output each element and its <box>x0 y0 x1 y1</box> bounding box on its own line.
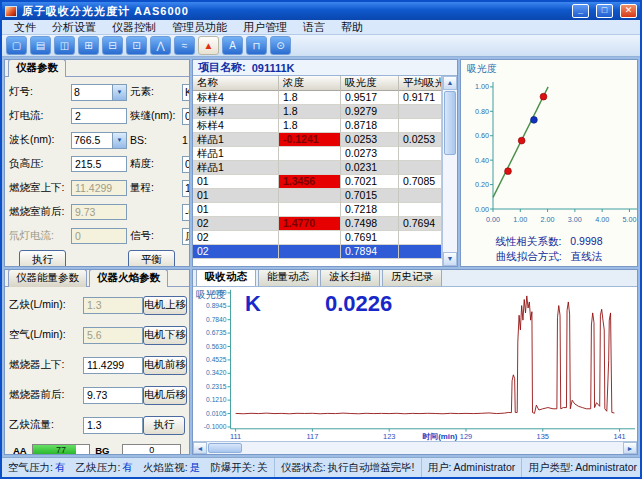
toolbar-glyph: ⊙ <box>276 40 284 51</box>
cell-name: 01 <box>193 203 279 217</box>
cell-avg-absorbance <box>399 189 442 203</box>
col-avg-absorbance[interactable]: 平均吸光度 <box>399 76 442 91</box>
precision-select[interactable]: 0.0000▼ <box>182 156 190 173</box>
cell-absorbance: 0.0273 <box>341 147 399 161</box>
range2-select[interactable]: -0.1000▼ <box>182 204 190 221</box>
chart-scrollbar[interactable]: ◄ ► <box>193 441 637 454</box>
col-absorbance[interactable]: 吸光度 <box>341 76 399 91</box>
menu-item[interactable]: 用户管理 <box>235 20 295 35</box>
element-select[interactable]: K▼ <box>182 84 190 101</box>
signal-select[interactable]: 原吸▼ <box>182 228 190 245</box>
scroll-left-icon[interactable]: ◄ <box>193 442 207 454</box>
menu-item[interactable]: 文件 <box>6 20 44 35</box>
autosampler-icon[interactable]: A <box>222 36 243 55</box>
svg-text:0.60: 0.60 <box>475 131 489 140</box>
cell-name: 01 <box>193 175 279 189</box>
toolbar-glyph: ◫ <box>60 40 69 51</box>
flame-icon[interactable]: ▲ <box>198 36 219 55</box>
table-row[interactable]: 01 1.3456 0.7021 0.7085 <box>193 175 442 189</box>
motor-back-button[interactable]: 电机后移 <box>143 386 187 405</box>
lamp-current-label: 灯电流: <box>9 109 71 123</box>
table-row[interactable]: 01 0.7218 <box>193 203 442 217</box>
gain-meter-icon[interactable]: ⊡ <box>126 36 147 55</box>
d2-current-label: 氘灯电流: <box>9 229 71 243</box>
menu-item[interactable]: 语言 <box>295 20 333 35</box>
col-name[interactable]: 名称 <box>193 76 279 91</box>
burner-ud-input <box>71 180 127 196</box>
lamp-no-select[interactable]: 8▼ <box>71 84 127 101</box>
menu-item[interactable]: 帮助 <box>333 20 371 35</box>
minimize-button[interactable]: _ <box>572 4 589 18</box>
svg-text:0.8945: 0.8945 <box>206 303 227 310</box>
dynamic-tab[interactable]: 吸收动态 <box>196 269 256 286</box>
close-button[interactable]: ✕ <box>620 4 637 18</box>
wavelength-scan-icon[interactable]: ≈ <box>174 36 195 55</box>
execute-button[interactable]: 执行 <box>19 250 66 267</box>
menu-item[interactable]: 仪器控制 <box>104 20 164 35</box>
burner-ud2-input[interactable] <box>83 357 143 374</box>
table-row[interactable]: 02 0.7894 <box>193 245 442 259</box>
cell-avg-absorbance <box>399 119 442 133</box>
instrument-icon[interactable]: ⊓ <box>246 36 267 55</box>
flame-panel-tab[interactable]: 仪器火焰参数 <box>89 269 168 287</box>
project-name-label: 项目名称: <box>198 60 246 75</box>
dynamic-tab[interactable]: 波长扫描 <box>320 269 380 286</box>
cell-avg-absorbance: 0.0253 <box>399 133 442 147</box>
scrollbar-thumb[interactable] <box>444 91 456 155</box>
cell-name: 样品1 <box>193 161 279 175</box>
lamp-current-input[interactable] <box>71 108 127 124</box>
slit-select[interactable]: 0.2▼ <box>182 108 190 125</box>
table-row[interactable]: 标样4 1.8 0.8718 <box>193 119 442 133</box>
maximize-button[interactable]: □ <box>596 4 613 18</box>
scroll-down-icon[interactable]: ▼ <box>443 252 457 266</box>
c2h2-flow-input[interactable] <box>83 417 143 434</box>
save-icon[interactable]: ◫ <box>54 36 75 55</box>
open-project-icon[interactable]: ▤ <box>30 36 51 55</box>
scroll-right-icon[interactable]: ► <box>623 442 637 454</box>
bg-energy-value: 0 <box>122 444 181 456</box>
table-row[interactable]: 02 1.4770 0.7498 0.7694 <box>193 217 442 231</box>
results-table: 名称 浓度 吸光度 平均吸光度 标样4 1.8 0.9517 0.9171 <box>193 76 442 266</box>
neg-hv-input[interactable] <box>71 156 127 172</box>
flame-execute-button[interactable]: 执行 <box>143 416 185 435</box>
scroll-up-icon[interactable]: ▲ <box>443 76 457 90</box>
table-row[interactable]: 01 0.7015 <box>193 189 442 203</box>
main-area: 仪器参数 灯号: 8▼ 元素: K▼ 灯电流: 狭缝(nm): 0.2▼ 波长(… <box>2 57 640 457</box>
dynamic-tab[interactable]: 历史记录 <box>382 269 442 286</box>
motor-forward-button[interactable]: 电机前移 <box>143 356 187 375</box>
flame-panel-tab[interactable]: 仪器能量参数 <box>8 269 87 287</box>
wavelength-select[interactable]: 766.5▼ <box>71 132 127 149</box>
scrollbar-thumb[interactable] <box>208 443 242 453</box>
peak-profile-icon[interactable]: ⋀ <box>150 36 171 55</box>
motor-up-button[interactable]: 电机上移 <box>143 296 187 315</box>
table-scrollbar[interactable]: ▲ ▼ <box>442 76 457 266</box>
balance-button[interactable]: 平衡 <box>128 250 175 267</box>
energy-meter-icon[interactable]: ⊟ <box>102 36 123 55</box>
svg-text:1.0050: 1.0050 <box>206 289 227 296</box>
air-input <box>83 327 143 344</box>
menu-item[interactable]: 管理员功能 <box>164 20 235 35</box>
power-icon[interactable]: ⊙ <box>270 36 291 55</box>
menu-item[interactable]: 分析设置 <box>44 20 104 35</box>
table-row[interactable]: 02 0.7691 <box>193 231 442 245</box>
table-row[interactable]: 样品1 -0.1241 0.0253 0.0253 <box>193 133 442 147</box>
col-concentration[interactable]: 浓度 <box>279 76 341 91</box>
table-row[interactable]: 样品1 0.0231 <box>193 161 442 175</box>
range-select[interactable]: 1.0050▼ <box>182 180 190 197</box>
toolbar-glyph: ⊓ <box>253 40 261 51</box>
results-panel: 项目名称: 091111K 名称 浓度 吸光度 平均吸光度 标样4 <box>192 59 458 267</box>
new-file-icon[interactable]: ▢ <box>6 36 27 55</box>
motor-down-button[interactable]: 电机下移 <box>143 326 187 345</box>
lamp-panel-icon[interactable]: ⊞ <box>78 36 99 55</box>
table-row[interactable]: 标样4 1.8 0.9517 0.9171 <box>193 91 442 105</box>
window-title: 原子吸收分光光度计 AAS6000 <box>22 4 565 19</box>
tab-instrument-params[interactable]: 仪器参数 <box>8 59 66 77</box>
table-row[interactable]: 标样4 1.8 0.9279 <box>193 105 442 119</box>
dynamic-tab[interactable]: 能量动态 <box>258 269 318 286</box>
flame-monitor-label: 火焰监视: <box>143 461 188 475</box>
table-row[interactable]: 样品1 0.0273 <box>193 147 442 161</box>
cell-avg-absorbance: 0.7694 <box>399 217 442 231</box>
project-name-value: 091111K <box>252 62 295 74</box>
cell-concentration <box>279 203 341 217</box>
burner-fb2-input[interactable] <box>83 387 143 404</box>
